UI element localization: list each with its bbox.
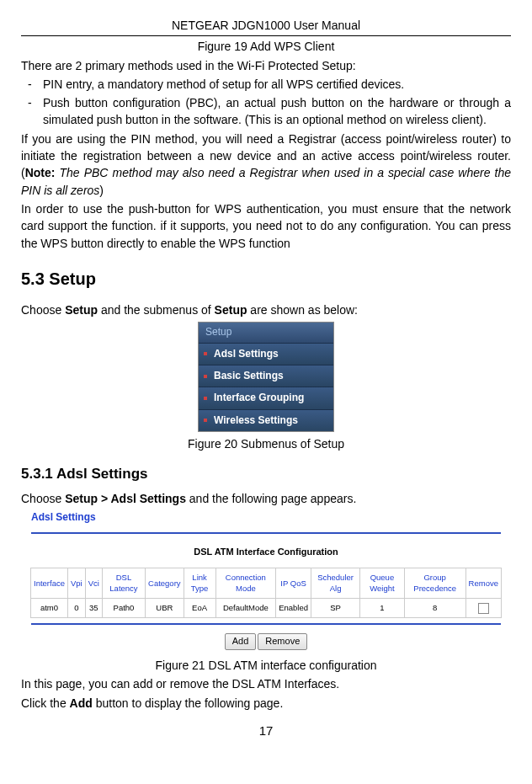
add-remove-text: In this page, you can add or remove the … [21, 675, 511, 692]
section-5-3-heading: 5.3 Setup [21, 267, 511, 291]
config-title: DSL ATM Interface Configuration [21, 546, 511, 559]
menu-item-adsl: Adsl Settings [199, 343, 333, 365]
remove-button[interactable]: Remove [258, 633, 307, 650]
pin-method-paragraph: If you are using the PIN method, you wil… [21, 131, 511, 199]
figure-21-caption: Figure 21 DSL ATM interface configuratio… [21, 657, 511, 674]
document-header: NETGEAR JDGN1000 User Manual [21, 17, 511, 36]
table-header-row: Interface Vpi Vci DSL Latency Category L… [31, 568, 502, 599]
menu-header: Setup [199, 323, 333, 342]
bullet-2: - Push button configuration (PBC), an ac… [28, 94, 511, 129]
menu-item-interface: Interface Grouping [199, 387, 333, 408]
figure-19-caption: Figure 19 Add WPS Client [21, 38, 511, 55]
setup-menu-screenshot: Setup Adsl Settings Basic Settings Inter… [198, 322, 334, 432]
push-button-paragraph: In order to use the push-button for WPS … [21, 200, 511, 252]
menu-item-basic: Basic Settings [199, 365, 333, 387]
divider [31, 623, 501, 625]
adsl-intro: Choose Setup > Adsl Settings and the fol… [21, 490, 511, 507]
add-button[interactable]: Add [225, 633, 257, 650]
figure-20-caption: Figure 20 Submenus of Setup [21, 435, 511, 452]
remove-checkbox[interactable] [478, 603, 489, 614]
bullet-1: - PIN entry, a mandatory method of setup… [28, 76, 511, 93]
click-add-text: Click the Add button to display the foll… [21, 695, 511, 712]
section-5-3-1-heading: 5.3.1 Adsl Settings [21, 464, 511, 485]
setup-intro: Choose Setup and the submenus of Setup a… [21, 301, 511, 318]
page-number: 17 [21, 722, 511, 740]
atm-interface-table: Interface Vpi Vci DSL Latency Category L… [30, 568, 502, 619]
intro-text: There are 2 primary methods used in the … [21, 57, 511, 74]
menu-item-wireless: Wireless Settings [199, 409, 333, 431]
adsl-settings-title: Adsl Settings [31, 510, 511, 525]
divider [31, 532, 501, 534]
table-row: atm0 0 35 Path0 UBR EoA DefaultMode Enab… [31, 599, 502, 618]
